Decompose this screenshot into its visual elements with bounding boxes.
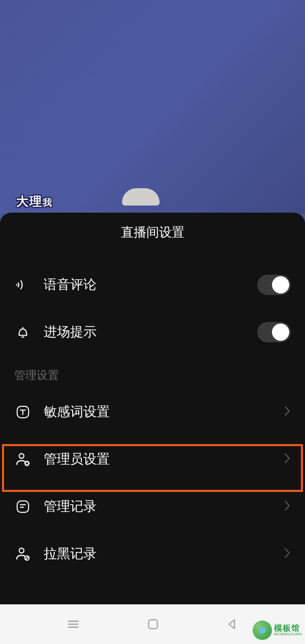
voice-comment-row[interactable]: 语音评论 xyxy=(0,261,305,308)
blocked-person-icon xyxy=(14,545,32,563)
backdrop-partial-text: 大理我 xyxy=(16,193,53,210)
chevron-right-icon xyxy=(284,547,291,561)
svg-point-2 xyxy=(19,453,24,458)
panel-title: 直播间设置 xyxy=(0,213,305,250)
voice-icon xyxy=(14,276,32,294)
watermark-text: 模板馆 xyxy=(274,624,302,632)
watermark-subtext: MOBANGUAN xyxy=(274,632,302,636)
watermark: 模板馆 MOBANGUAN xyxy=(253,621,302,640)
record-list-icon xyxy=(14,498,32,515)
home-button[interactable] xyxy=(146,618,160,631)
recents-button[interactable] xyxy=(66,617,80,631)
block-record-row[interactable]: 拉黑记录 xyxy=(0,530,305,577)
bell-icon xyxy=(14,324,32,341)
voice-comment-label: 语音评论 xyxy=(44,276,257,294)
watermark-logo-icon xyxy=(253,621,272,640)
settings-panel: 直播间设置 语音评论 进场提示 管理设置 xyxy=(0,213,305,604)
backdrop-avatar xyxy=(122,188,160,206)
svg-point-5 xyxy=(19,548,24,552)
manage-record-label: 管理记录 xyxy=(44,497,284,515)
chevron-right-icon xyxy=(284,453,291,466)
voice-comment-toggle[interactable] xyxy=(257,275,291,295)
chevron-right-icon xyxy=(284,405,291,419)
block-record-label: 拉黑记录 xyxy=(44,545,284,563)
chevron-right-icon xyxy=(284,500,291,513)
admin-settings-row[interactable]: 管理员设置 xyxy=(0,435,305,483)
admin-person-icon xyxy=(14,451,32,468)
svg-rect-7 xyxy=(148,620,157,628)
sensitive-word-label: 敏感词设置 xyxy=(44,403,284,421)
manage-record-row[interactable]: 管理记录 xyxy=(0,483,305,530)
entry-notice-toggle[interactable] xyxy=(257,322,291,342)
back-button[interactable] xyxy=(226,618,239,631)
admin-settings-label: 管理员设置 xyxy=(44,450,284,468)
entry-notice-row[interactable]: 进场提示 xyxy=(0,308,305,356)
sensitive-word-row[interactable]: 敏感词设置 xyxy=(0,388,305,435)
svg-point-0 xyxy=(16,284,17,285)
management-section-header: 管理设置 xyxy=(0,356,305,388)
svg-rect-4 xyxy=(17,501,29,512)
partial-previous-row xyxy=(0,250,305,261)
letter-t-icon xyxy=(14,403,32,421)
entry-notice-label: 进场提示 xyxy=(44,323,257,341)
live-backdrop xyxy=(0,0,305,214)
